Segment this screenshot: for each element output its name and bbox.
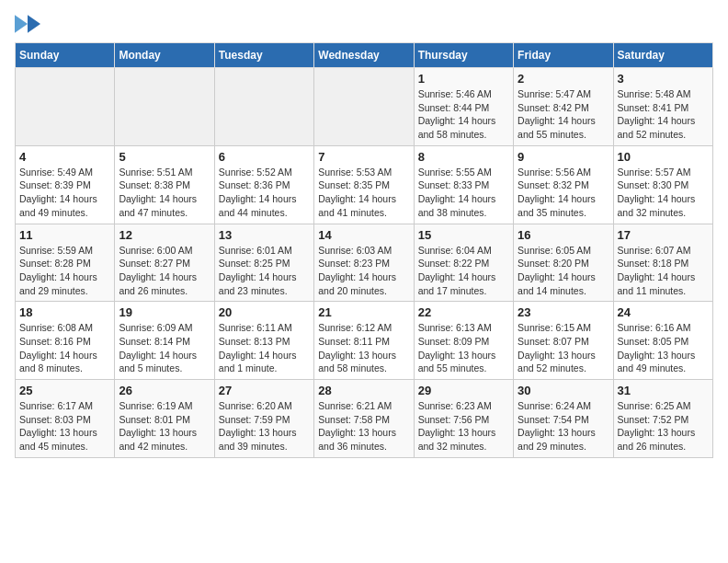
day-number: 9 [518,150,609,164]
calendar-cell: 20Sunrise: 6:11 AM Sunset: 8:13 PM Dayli… [214,302,313,380]
day-info: Sunrise: 5:48 AM Sunset: 8:41 PM Dayligh… [618,87,709,142]
day-number: 8 [418,150,509,164]
day-info: Sunrise: 5:53 AM Sunset: 8:35 PM Dayligh… [318,166,409,220]
calendar-cell [314,68,414,146]
day-info: Sunrise: 5:59 AM Sunset: 8:28 PM Dayligh… [19,244,110,298]
day-number: 26 [119,384,210,397]
day-info: Sunrise: 5:56 AM Sunset: 8:32 PM Dayligh… [518,166,609,220]
calendar-table: SundayMondayTuesdayWednesdayThursdayFrid… [15,42,713,458]
day-info: Sunrise: 6:07 AM Sunset: 8:18 PM Dayligh… [618,244,709,298]
calendar-cell: 12Sunrise: 6:00 AM Sunset: 8:27 PM Dayli… [115,224,214,302]
day-info: Sunrise: 6:24 AM Sunset: 7:54 PM Dayligh… [518,399,609,454]
calendar-cell: 23Sunrise: 6:15 AM Sunset: 8:07 PM Dayli… [514,302,613,380]
calendar-week-1: 1Sunrise: 5:46 AM Sunset: 8:44 PM Daylig… [16,68,713,146]
day-number: 31 [618,384,709,397]
weekday-header-saturday: Saturday [613,43,712,68]
day-info: Sunrise: 6:04 AM Sunset: 8:22 PM Dayligh… [418,244,509,298]
calendar-cell: 3Sunrise: 5:48 AM Sunset: 8:41 PM Daylig… [613,68,712,146]
day-info: Sunrise: 6:20 AM Sunset: 7:59 PM Dayligh… [219,399,310,454]
day-info: Sunrise: 6:25 AM Sunset: 7:52 PM Dayligh… [618,399,709,454]
day-info: Sunrise: 6:15 AM Sunset: 8:07 PM Dayligh… [518,321,609,375]
day-number: 25 [19,384,110,397]
calendar-week-5: 25Sunrise: 6:17 AM Sunset: 8:03 PM Dayli… [16,380,713,458]
calendar-cell: 17Sunrise: 6:07 AM Sunset: 8:18 PM Dayli… [613,224,712,302]
day-info: Sunrise: 5:46 AM Sunset: 8:44 PM Dayligh… [418,87,509,142]
calendar-cell: 2Sunrise: 5:47 AM Sunset: 8:42 PM Daylig… [514,68,613,146]
logo [15,15,40,35]
day-info: Sunrise: 6:08 AM Sunset: 8:16 PM Dayligh… [19,321,110,375]
day-number: 27 [219,384,310,397]
day-number: 14 [318,228,409,242]
calendar-cell: 4Sunrise: 5:49 AM Sunset: 8:39 PM Daylig… [16,145,115,224]
day-number: 11 [19,228,110,242]
calendar-cell [115,68,214,146]
day-info: Sunrise: 6:19 AM Sunset: 8:01 PM Dayligh… [119,399,210,454]
day-info: Sunrise: 6:16 AM Sunset: 8:05 PM Dayligh… [618,321,709,375]
calendar-cell: 10Sunrise: 5:57 AM Sunset: 8:30 PM Dayli… [613,145,712,224]
day-info: Sunrise: 5:52 AM Sunset: 8:36 PM Dayligh… [219,166,310,220]
day-number: 23 [518,305,609,319]
calendar-cell: 21Sunrise: 6:12 AM Sunset: 8:11 PM Dayli… [314,302,414,380]
calendar-cell: 9Sunrise: 5:56 AM Sunset: 8:32 PM Daylig… [514,145,613,224]
calendar-cell: 16Sunrise: 6:05 AM Sunset: 8:20 PM Dayli… [514,224,613,302]
day-info: Sunrise: 6:17 AM Sunset: 8:03 PM Dayligh… [19,399,110,454]
calendar-cell: 24Sunrise: 6:16 AM Sunset: 8:05 PM Dayli… [613,302,712,380]
day-number: 22 [418,305,509,319]
calendar-cell: 28Sunrise: 6:21 AM Sunset: 7:58 PM Dayli… [314,380,414,458]
calendar-cell: 5Sunrise: 5:51 AM Sunset: 8:38 PM Daylig… [115,145,214,224]
day-number: 16 [518,228,609,242]
day-info: Sunrise: 5:47 AM Sunset: 8:42 PM Dayligh… [518,87,609,142]
day-number: 7 [318,150,409,164]
weekday-header-row: SundayMondayTuesdayWednesdayThursdayFrid… [16,43,713,68]
day-number: 2 [518,72,609,86]
day-number: 17 [618,228,709,242]
weekday-header-thursday: Thursday [414,43,513,68]
calendar-cell: 1Sunrise: 5:46 AM Sunset: 8:44 PM Daylig… [414,68,513,146]
day-info: Sunrise: 6:21 AM Sunset: 7:58 PM Dayligh… [318,399,409,454]
day-info: Sunrise: 5:57 AM Sunset: 8:30 PM Dayligh… [618,166,709,220]
day-number: 20 [219,305,310,319]
calendar-cell: 14Sunrise: 6:03 AM Sunset: 8:23 PM Dayli… [314,224,414,302]
calendar-cell: 31Sunrise: 6:25 AM Sunset: 7:52 PM Dayli… [613,380,712,458]
day-info: Sunrise: 6:05 AM Sunset: 8:20 PM Dayligh… [518,244,609,298]
day-number: 28 [318,384,409,397]
day-info: Sunrise: 5:55 AM Sunset: 8:33 PM Dayligh… [418,166,509,220]
day-number: 29 [418,384,509,397]
calendar-cell: 22Sunrise: 6:13 AM Sunset: 8:09 PM Dayli… [414,302,513,380]
calendar-cell: 8Sunrise: 5:55 AM Sunset: 8:33 PM Daylig… [414,145,513,224]
day-info: Sunrise: 6:01 AM Sunset: 8:25 PM Dayligh… [219,244,310,298]
day-info: Sunrise: 5:49 AM Sunset: 8:39 PM Dayligh… [19,166,110,220]
day-number: 12 [119,228,210,242]
svg-marker-1 [15,15,28,33]
day-info: Sunrise: 6:13 AM Sunset: 8:09 PM Dayligh… [418,321,509,375]
calendar-cell: 7Sunrise: 5:53 AM Sunset: 8:35 PM Daylig… [314,145,414,224]
day-info: Sunrise: 6:11 AM Sunset: 8:13 PM Dayligh… [219,321,310,375]
day-number: 19 [119,305,210,319]
day-number: 13 [219,228,310,242]
day-number: 3 [618,72,709,86]
calendar-cell: 13Sunrise: 6:01 AM Sunset: 8:25 PM Dayli… [214,224,313,302]
calendar-cell: 15Sunrise: 6:04 AM Sunset: 8:22 PM Dayli… [414,224,513,302]
calendar-week-3: 11Sunrise: 5:59 AM Sunset: 8:28 PM Dayli… [16,224,713,302]
calendar-cell: 25Sunrise: 6:17 AM Sunset: 8:03 PM Dayli… [16,380,115,458]
day-number: 15 [418,228,509,242]
page-header [15,15,713,35]
day-number: 30 [518,384,609,397]
day-number: 6 [219,150,310,164]
weekday-header-friday: Friday [514,43,613,68]
calendar-cell [16,68,115,146]
logo-icon [15,15,40,33]
day-number: 1 [418,72,509,86]
calendar-cell: 19Sunrise: 6:09 AM Sunset: 8:14 PM Dayli… [115,302,214,380]
day-number: 4 [19,150,110,164]
day-number: 18 [19,305,110,319]
weekday-header-wednesday: Wednesday [314,43,414,68]
day-number: 10 [618,150,709,164]
weekday-header-tuesday: Tuesday [214,43,313,68]
calendar-cell: 29Sunrise: 6:23 AM Sunset: 7:56 PM Dayli… [414,380,513,458]
day-number: 5 [119,150,210,164]
day-number: 24 [618,305,709,319]
day-info: Sunrise: 6:09 AM Sunset: 8:14 PM Dayligh… [119,321,210,375]
calendar-cell: 30Sunrise: 6:24 AM Sunset: 7:54 PM Dayli… [514,380,613,458]
calendar-week-2: 4Sunrise: 5:49 AM Sunset: 8:39 PM Daylig… [16,145,713,224]
